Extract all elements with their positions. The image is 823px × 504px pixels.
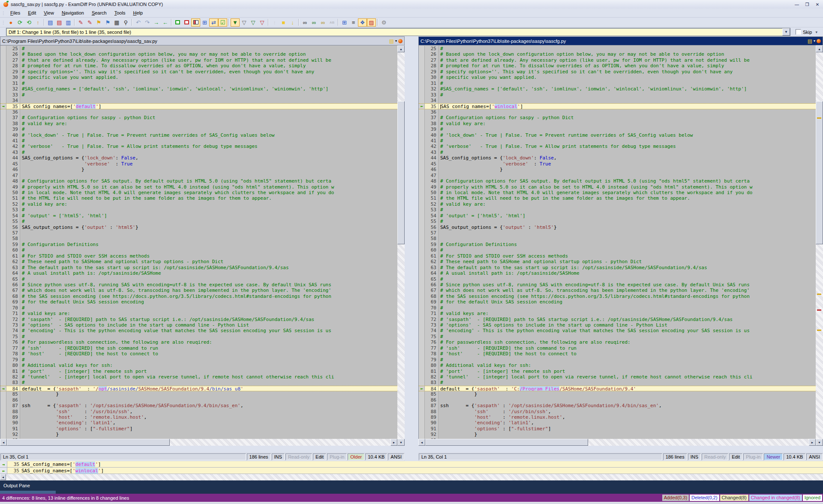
output-pane[interactable]: Output Pane <box>0 480 823 494</box>
copy-left-icon[interactable]: ← <box>161 18 170 27</box>
save-first-icon[interactable]: ▤ <box>46 18 55 27</box>
auto-recompare-icon[interactable]: ⇄ <box>209 18 218 27</box>
save-report-icon[interactable]: ⚑ <box>94 18 103 27</box>
line-number: 87 <box>6 403 20 408</box>
scroll-left-icon[interactable]: ◄ <box>0 439 7 446</box>
menu-item-search[interactable]: Search <box>88 9 111 16</box>
print-preview-icon[interactable]: ⚲ <box>121 18 130 27</box>
maximize-button[interactable]: ❐ <box>802 1 812 8</box>
code-segment: # <box>440 247 443 253</box>
scroll-thumb[interactable] <box>816 101 823 244</box>
chevron-down-icon[interactable]: ▾ <box>815 30 817 34</box>
open-files-icon[interactable]: ↑ <box>33 18 42 27</box>
save-menu-icon[interactable]: ▤ <box>389 38 394 44</box>
split-view-icon[interactable] <box>191 18 200 27</box>
diff-combo[interactable]: Diff 1: Change 1 line (35, first file) t… <box>6 28 790 36</box>
grid-view-icon[interactable]: ⊞ <box>200 18 209 27</box>
horizontal-scrollbar[interactable]: ◄► <box>418 439 816 446</box>
show-options-icon[interactable]: ☑ <box>218 18 227 27</box>
diff-marker <box>0 409 6 414</box>
find-next-icon[interactable]: ∞ <box>309 18 318 27</box>
copy-left-icon[interactable]: ← <box>2 468 5 473</box>
copy-right-icon[interactable]: → <box>2 462 5 467</box>
file-path-header[interactable]: C:\Program Files\Python\Python37\Lib\sit… <box>418 36 823 45</box>
next-diff-icon[interactable]: ↓ <box>288 18 297 27</box>
scroll-thumb[interactable] <box>397 101 405 244</box>
current-diff-icon[interactable]: ■ <box>279 18 288 27</box>
arrow-left-icon[interactable]: ◄ <box>0 474 6 480</box>
code-area[interactable]: 25#26# Based upon the lock_down configur… <box>418 45 816 446</box>
copy-right-icon[interactable]: → <box>152 18 161 27</box>
skip-checkbox[interactable]: Skip <box>796 29 812 35</box>
filter-all-icon[interactable]: ▼ <box>231 18 240 27</box>
minimize-button[interactable]: — <box>792 1 802 8</box>
plugins-icon[interactable]: ❖ <box>358 18 367 27</box>
output-splitter[interactable]: ◄ <box>0 474 823 480</box>
menu-item-files[interactable]: Files <box>6 9 24 16</box>
edit-first-icon[interactable]: ✎ <box>76 18 85 27</box>
scroll-up-icon[interactable]: ▲ <box>816 45 823 52</box>
scroll-up-icon[interactable]: ▲ <box>397 45 405 52</box>
close-button[interactable]: ✕ <box>813 1 822 8</box>
scroll-down-icon[interactable]: ▼ <box>816 439 823 446</box>
menu-item-view[interactable]: View <box>40 9 58 16</box>
line-text: # Configuration options for saspy - pyth… <box>20 115 397 120</box>
vertical-scrollbar[interactable]: ▲▼ <box>397 45 405 446</box>
line-details-icon[interactable]: ≡ <box>349 18 358 27</box>
layout-icon[interactable]: ⊞ <box>340 18 349 27</box>
filter-ignored-icon[interactable]: ▽ <box>258 18 267 27</box>
print-icon[interactable]: ▦ <box>112 18 121 27</box>
menu-item-tools[interactable]: Tools <box>111 9 129 16</box>
scroll-left-icon[interactable]: ◄ <box>418 439 425 446</box>
undo-icon[interactable]: ↶ <box>134 18 143 27</box>
copy-right-icon[interactable]: → <box>2 103 4 109</box>
chevron-down-icon[interactable]: ▼ <box>782 28 790 36</box>
file-path-header[interactable]: C:\Program Files\Python\Python37\Lib\sit… <box>0 36 405 45</box>
code-area[interactable]: 25#26# Based upon the lock_down configur… <box>0 45 397 446</box>
find-prev-icon[interactable]: ∞ <box>318 18 327 27</box>
scroll-right-icon[interactable]: ► <box>390 439 397 446</box>
scroll-thumb[interactable] <box>425 439 588 446</box>
copy-left-icon[interactable]: ← <box>420 386 423 391</box>
scroll-down-icon[interactable]: ▼ <box>397 439 405 446</box>
redo-icon[interactable]: ↷ <box>143 18 152 27</box>
edit-options-icon[interactable]: ▨ <box>367 18 376 27</box>
save-second-icon[interactable]: ▤ <box>55 18 64 27</box>
filter-changed-icon[interactable]: ▽ <box>249 18 258 27</box>
copy-left-icon[interactable]: ← <box>420 103 423 109</box>
menu-item-help[interactable]: Help <box>129 9 147 16</box>
menu-item-edit[interactable]: Edit <box>24 9 40 16</box>
match-case-icon[interactable]: AB <box>327 18 336 27</box>
copy-right-icon[interactable]: → <box>2 386 4 391</box>
scroll-right-icon[interactable]: ► <box>809 439 816 446</box>
settings-icon[interactable]: ⚙ <box>379 18 388 27</box>
chevron-down-icon[interactable]: ▾ <box>395 39 397 43</box>
save-unix-report-icon[interactable]: ⚑ <box>103 18 112 27</box>
chevron-down-icon[interactable]: ▾ <box>814 39 815 43</box>
diff-summary-row[interactable]: →35SAS_config_names=['default'] <box>0 461 823 468</box>
line-number: 42 <box>425 144 439 149</box>
recompare-icon[interactable]: ⟳ <box>15 18 24 27</box>
line-text: # <box>439 138 816 144</box>
menu-item-navigation[interactable]: Navigation <box>58 9 88 16</box>
filter-none-icon[interactable]: ▽ <box>240 18 249 27</box>
code-line: 68# the SAS session encoding (see https:… <box>419 294 816 299</box>
vertical-scrollbar[interactable]: ▲▼ <box>816 45 823 446</box>
show-first-only-icon[interactable] <box>173 18 182 27</box>
app-icon[interactable]: ● <box>6 18 15 27</box>
save-menu-icon[interactable]: ▤ <box>808 38 812 44</box>
diff-summary-row[interactable]: ←35SAS_config_names=['winlocal'] <box>0 468 823 474</box>
find-icon[interactable]: ∞ <box>300 18 309 27</box>
scroll-thumb[interactable] <box>7 439 170 446</box>
recompare-swap-icon[interactable]: ⟲ <box>24 18 33 27</box>
prev-diff-icon[interactable]: ↑ <box>270 18 279 27</box>
save-both-icon[interactable]: ▥ <box>64 18 73 27</box>
line-number: 37 <box>425 115 439 120</box>
show-second-only-icon[interactable] <box>182 18 191 27</box>
code-line: 44SAS_config_options = {'lock_down': Fal… <box>419 155 816 161</box>
diff-marker <box>419 126 425 132</box>
edit-second-icon[interactable]: ✎ <box>85 18 94 27</box>
horizontal-scrollbar[interactable]: ◄► <box>0 439 397 446</box>
line-number: 26 <box>425 51 439 57</box>
checkbox-icon[interactable] <box>796 29 801 35</box>
